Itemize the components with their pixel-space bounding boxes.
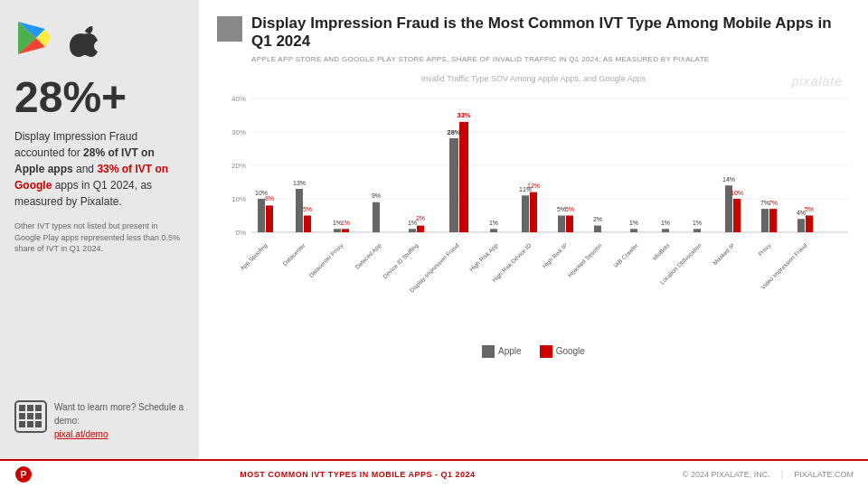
footer-divider: |: [781, 470, 783, 479]
svg-text:1%: 1%: [629, 220, 638, 226]
svg-rect-39: [373, 202, 380, 231]
svg-text:8%: 8%: [265, 195, 274, 202]
legend-google-box: [540, 345, 552, 358]
svg-rect-24: [258, 199, 265, 232]
apple-icon: [65, 19, 98, 57]
svg-rect-87: [797, 219, 805, 232]
svg-text:Hijacked Session: Hijacked Session: [566, 241, 603, 278]
svg-text:High Risk Device ID: High Risk Device ID: [491, 241, 533, 284]
svg-rect-42: [409, 229, 416, 232]
svg-rect-34: [334, 229, 341, 232]
footer-center-text: MOST COMMON IVT TYPES IN MOBILE APPS - Q…: [47, 470, 668, 479]
chart-subtitle: APPLE APP STORE AND GOOGLE PLAY STORE AP…: [251, 55, 850, 63]
svg-text:5%: 5%: [565, 206, 574, 212]
footer-copyright: © 2024 PIXALATE, INC.: [683, 470, 770, 479]
footer-right: © 2024 PIXALATE, INC. | PIXALATE.COM: [683, 470, 854, 479]
svg-rect-88: [806, 215, 813, 232]
big-stat: 28%+: [14, 76, 184, 119]
svg-rect-29: [296, 189, 303, 232]
svg-rect-71: [662, 229, 669, 232]
svg-rect-6: [27, 405, 33, 411]
footer: P MOST COMMON IVT TYPES IN MOBILE APPS -…: [0, 459, 868, 488]
svg-text:28%: 28%: [447, 128, 460, 136]
svg-rect-9: [27, 413, 33, 419]
stat-description: Display Impression Fraud accounted for 2…: [14, 128, 184, 210]
svg-text:1%: 1%: [341, 220, 350, 226]
demo-link[interactable]: pixal.at/demo: [54, 429, 108, 439]
svg-text:13%: 13%: [293, 180, 306, 186]
sidebar: 28%+ Display Impression Fraud accounted …: [0, 0, 199, 459]
svg-text:2%: 2%: [416, 215, 425, 221]
svg-rect-8: [19, 413, 25, 419]
svg-rect-7: [35, 405, 42, 411]
svg-rect-65: [594, 225, 601, 231]
svg-rect-60: [558, 215, 565, 232]
footer-website: PIXALATE.COM: [794, 470, 854, 479]
legend-google: Google: [540, 345, 585, 358]
svg-text:Masked IP: Masked IP: [712, 241, 736, 266]
svg-text:1%: 1%: [489, 220, 498, 226]
svg-rect-48: [459, 122, 468, 232]
chart-title: Display Impression Fraud is the Most Com…: [251, 14, 850, 52]
svg-text:0%: 0%: [235, 229, 246, 237]
svg-text:Display Impression Fraud: Display Impression Fraud: [409, 241, 461, 294]
svg-text:Datacenter: Datacenter: [281, 241, 307, 267]
svg-text:12%: 12%: [527, 183, 540, 189]
legend-google-label: Google: [556, 346, 585, 356]
svg-rect-47: [449, 138, 458, 232]
chart-inner-label: Invalid Traffic Type SOV Among Apple App…: [217, 74, 850, 83]
demo-text: Want to learn more? Schedule a demo: pix…: [54, 400, 184, 441]
svg-rect-68: [630, 229, 637, 232]
svg-text:IAB Crawler: IAB Crawler: [612, 241, 639, 268]
svg-rect-10: [35, 413, 42, 419]
svg-rect-35: [342, 229, 349, 232]
google-play-icon: [14, 18, 54, 58]
demo-label: Want to learn more? Schedule a demo:: [54, 402, 184, 426]
svg-rect-78: [733, 199, 741, 232]
svg-text:1%: 1%: [661, 220, 670, 226]
svg-text:33%: 33%: [457, 111, 470, 119]
svg-text:Proxy: Proxy: [757, 241, 773, 258]
svg-text:Datacenter Proxy: Datacenter Proxy: [307, 241, 345, 279]
svg-text:14%: 14%: [722, 176, 735, 183]
svg-rect-25: [266, 205, 273, 232]
pixalate-watermark: pixalate: [792, 74, 843, 89]
svg-text:10%: 10%: [231, 195, 246, 203]
svg-rect-82: [761, 209, 769, 232]
svg-rect-30: [304, 215, 311, 232]
chart-legend: Apple Google: [217, 345, 850, 358]
svg-text:Defaced App: Defaced App: [354, 241, 382, 270]
svg-text:High Risk App: High Risk App: [468, 241, 500, 273]
svg-text:IdioBots: IdioBots: [651, 241, 671, 261]
svg-rect-61: [566, 215, 573, 232]
svg-text:App Spoofing: App Spoofing: [239, 241, 269, 272]
svg-text:10%: 10%: [731, 190, 743, 196]
chart-title-row: Display Impression Fraud is the Most Com…: [217, 14, 850, 52]
svg-rect-55: [522, 195, 529, 232]
footer-pixalate-logo: P: [14, 465, 33, 483]
logos-row: [14, 18, 184, 58]
svg-text:5%: 5%: [303, 206, 312, 212]
svg-rect-13: [35, 421, 42, 427]
chart-area: Display Impression Fraud is the Most Com…: [199, 0, 868, 459]
chart-svg: 40% 30% 20% 10% 0% 10% 8: [217, 85, 850, 338]
svg-text:7%: 7%: [769, 200, 778, 206]
svg-text:20%: 20%: [231, 162, 246, 170]
legend-apple-label: Apple: [498, 346, 522, 356]
svg-text:40%: 40%: [231, 95, 246, 103]
demo-box: Want to learn more? Schedule a demo: pix…: [14, 400, 184, 441]
svg-rect-5: [19, 405, 25, 411]
svg-rect-12: [27, 421, 33, 427]
svg-rect-56: [530, 192, 537, 231]
svg-text:P: P: [20, 469, 26, 480]
svg-text:30%: 30%: [231, 128, 246, 136]
grid-icon: [14, 400, 47, 433]
svg-text:5%: 5%: [805, 206, 814, 212]
gray-square-icon: [217, 16, 242, 42]
footnote: Other IVT types not listed but present i…: [14, 221, 184, 255]
svg-text:2%: 2%: [593, 216, 602, 222]
chart-container: Invalid Traffic Type SOV Among Apple App…: [217, 74, 850, 450]
legend-apple: Apple: [482, 345, 522, 358]
svg-rect-74: [693, 229, 701, 232]
svg-text:High Risk IP: High Risk IP: [541, 241, 569, 269]
